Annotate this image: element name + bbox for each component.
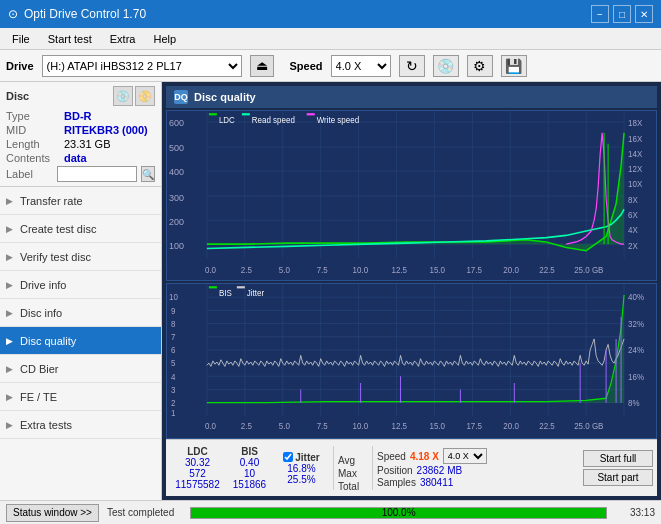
position-label: Position xyxy=(377,465,413,476)
speed-select[interactable]: 4.0 X xyxy=(331,55,391,77)
status-time: 33:13 xyxy=(615,507,655,518)
svg-text:12X: 12X xyxy=(628,164,643,174)
speed-row: Speed 4.18 X 4.0 X xyxy=(377,448,487,464)
stats-bis-header: BIS xyxy=(241,446,258,457)
menu-file[interactable]: File xyxy=(4,31,38,47)
svg-text:5.0: 5.0 xyxy=(279,264,290,274)
disc-type-val: BD-R xyxy=(64,110,92,122)
sidebar-item-extra-tests[interactable]: ▶ Extra tests xyxy=(0,411,161,439)
svg-rect-52 xyxy=(307,113,315,115)
nav-label-disc-info: Disc info xyxy=(20,307,62,319)
close-button[interactable]: ✕ xyxy=(635,5,653,23)
svg-text:2.5: 2.5 xyxy=(241,421,252,431)
app-icon: ⊙ xyxy=(8,7,18,21)
stats-ldc: LDC 30.32 572 11575582 xyxy=(170,446,225,490)
svg-text:25.0 GB: 25.0 GB xyxy=(574,421,604,431)
svg-rect-112 xyxy=(209,286,217,288)
sidebar-item-create-test-disc[interactable]: ▶ Create test disc xyxy=(0,215,161,243)
svg-text:200: 200 xyxy=(169,215,184,226)
svg-text:5.0: 5.0 xyxy=(279,421,290,431)
nav-label-transfer-rate: Transfer rate xyxy=(20,195,83,207)
stats-right-info: Speed 4.18 X 4.0 X Position 23862 MB Sam… xyxy=(377,448,487,488)
disc-mid-key: MID xyxy=(6,124,64,136)
disc-type-key: Type xyxy=(6,110,64,122)
stats-ldc-total: 11575582 xyxy=(175,479,220,490)
svg-text:12.5: 12.5 xyxy=(392,264,408,274)
titlebar-controls: − □ ✕ xyxy=(591,5,653,23)
menu-help[interactable]: Help xyxy=(145,31,184,47)
disc-icon-1[interactable]: 💿 xyxy=(113,86,133,106)
disc-contents-row: Contents data xyxy=(6,152,155,164)
sidebar-item-verify-test-disc[interactable]: ▶ Verify test disc xyxy=(0,243,161,271)
disc-icon-button[interactable]: 💿 xyxy=(433,55,459,77)
save-icon-button[interactable]: 💾 xyxy=(501,55,527,77)
speed-select[interactable]: 4.0 X xyxy=(443,448,487,464)
svg-text:10X: 10X xyxy=(628,179,643,189)
upper-chart: 600 500 400 300 200 100 18X 16X 14X 12X … xyxy=(166,110,657,281)
chart-icon: DQ xyxy=(174,90,188,104)
svg-text:7.5: 7.5 xyxy=(317,264,328,274)
svg-text:6X: 6X xyxy=(628,210,638,220)
svg-text:6: 6 xyxy=(171,345,176,355)
nav-arrow: ▶ xyxy=(6,308,13,318)
svg-text:1: 1 xyxy=(171,408,176,418)
disc-icon-2[interactable]: 📀 xyxy=(135,86,155,106)
svg-text:2X: 2X xyxy=(628,240,638,250)
menu-extra[interactable]: Extra xyxy=(102,31,144,47)
jitter-checkbox[interactable] xyxy=(283,452,293,462)
nav-arrow: ▶ xyxy=(6,280,13,290)
settings-icon-button[interactable]: ⚙ xyxy=(467,55,493,77)
svg-text:4X: 4X xyxy=(628,225,638,235)
maximize-button[interactable]: □ xyxy=(613,5,631,23)
disc-section-title: Disc xyxy=(6,90,29,102)
status-window-button[interactable]: Status window >> xyxy=(6,504,99,522)
minimize-button[interactable]: − xyxy=(591,5,609,23)
sidebar-item-disc-quality[interactable]: ▶ Disc quality xyxy=(0,327,161,355)
sidebar-item-cd-bier[interactable]: ▶ CD Bier xyxy=(0,355,161,383)
lower-chart-svg: 10 9 8 7 6 5 4 3 2 1 40% 32% 24% 16% 8 xyxy=(167,284,656,438)
statusbar: Status window >> Test completed 100.0% 3… xyxy=(0,500,661,524)
svg-text:18X: 18X xyxy=(628,118,643,128)
disc-contents-val: data xyxy=(64,152,87,164)
disc-mid-val: RITEKBR3 (000) xyxy=(64,124,148,136)
sidebar-item-drive-info[interactable]: ▶ Drive info xyxy=(0,271,161,299)
nav-label-disc-quality: Disc quality xyxy=(20,335,76,347)
start-part-button[interactable]: Start part xyxy=(583,469,653,486)
svg-text:12.5: 12.5 xyxy=(392,421,408,431)
svg-text:400: 400 xyxy=(169,166,184,177)
nav-arrow: ▶ xyxy=(6,196,13,206)
disc-label-button[interactable]: 🔍 xyxy=(141,166,155,182)
left-panel: Disc 💿 📀 Type BD-R MID RITEKBR3 (000) Le… xyxy=(0,82,162,500)
svg-text:7: 7 xyxy=(171,332,176,342)
svg-text:15.0: 15.0 xyxy=(429,264,445,274)
chart-header: DQ Disc quality xyxy=(166,86,657,108)
stats-jitter-header: Jitter xyxy=(295,452,319,463)
sidebar-item-transfer-rate[interactable]: ▶ Transfer rate xyxy=(0,187,161,215)
drive-select[interactable]: (H:) ATAPI iHBS312 2 PL17 xyxy=(42,55,242,77)
svg-text:32%: 32% xyxy=(628,319,644,329)
svg-text:0.0: 0.0 xyxy=(205,421,216,431)
menu-start-test[interactable]: Start test xyxy=(40,31,100,47)
svg-rect-0 xyxy=(167,111,656,280)
stats-ldc-avg: 30.32 xyxy=(185,457,210,468)
disc-label-input[interactable] xyxy=(57,166,137,182)
start-full-button[interactable]: Start full xyxy=(583,450,653,467)
sidebar-item-fe-te[interactable]: ▶ FE / TE xyxy=(0,383,161,411)
svg-text:9: 9 xyxy=(171,305,176,315)
svg-text:20.0: 20.0 xyxy=(503,264,519,274)
nav-label-verify-test-disc: Verify test disc xyxy=(20,251,91,263)
svg-text:Read speed: Read speed xyxy=(252,115,295,125)
refresh-icon-button[interactable]: ↻ xyxy=(399,55,425,77)
eject-button[interactable]: ⏏ xyxy=(250,55,274,77)
stats-jitter-max: 25.5% xyxy=(287,474,315,485)
svg-text:8: 8 xyxy=(171,319,176,329)
sidebar-item-disc-info[interactable]: ▶ Disc info xyxy=(0,299,161,327)
disc-label-row: Label 🔍 xyxy=(6,166,155,182)
stats-bis-avg: 0.40 xyxy=(240,457,259,468)
svg-text:4: 4 xyxy=(171,371,176,381)
drivebar: Drive (H:) ATAPI iHBS312 2 PL17 ⏏ Speed … xyxy=(0,50,661,82)
disc-contents-key: Contents xyxy=(6,152,64,164)
disc-section: Disc 💿 📀 Type BD-R MID RITEKBR3 (000) Le… xyxy=(0,82,161,187)
nav-arrow: ▶ xyxy=(6,392,13,402)
disc-type-row: Type BD-R xyxy=(6,110,155,122)
